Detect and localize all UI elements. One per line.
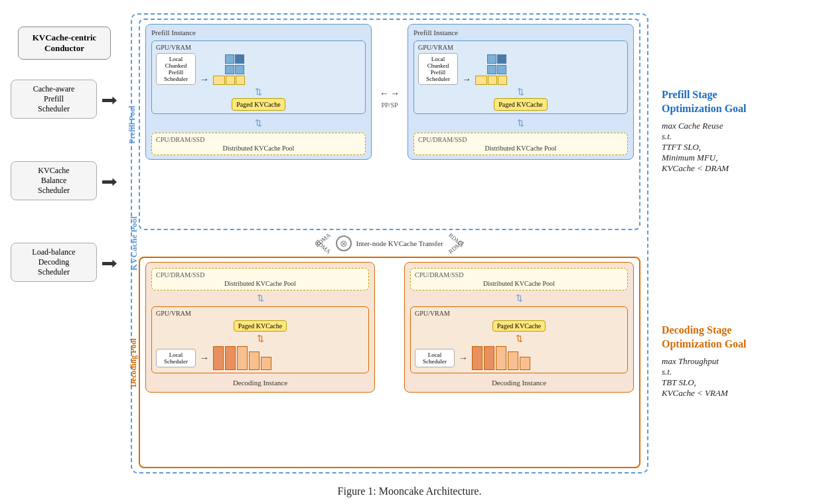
distributed-label-1: Distributed KVCache Pool [156, 145, 361, 152]
prefill-gpu-label-2: GPU/VRAM [418, 44, 623, 51]
d2-block-5 [520, 357, 530, 370]
paged-kvcache-1: Paged KVCache [232, 98, 285, 111]
block-b1 [487, 54, 496, 64]
d-block-3 [237, 346, 248, 370]
pp-left-arrow: ← [380, 88, 389, 99]
block-blue-2 [235, 54, 244, 64]
decode-instance-1-title: Decoding Instance [151, 379, 369, 387]
decode-cpu-label-2: CPU/DRAM/SSD [415, 271, 623, 279]
decode-cpu-label-1: CPU/DRAM/SSD [156, 271, 364, 279]
prefill-goal-line4: Minimum MFU, [662, 153, 808, 163]
rdma-left: RDMA RDMA [314, 237, 332, 250]
prefill-stage-title: Prefill StageOptimization Goal [662, 88, 808, 116]
prefill-goal-line2: s.t. [662, 131, 808, 142]
cross-circle: ⊗ [336, 235, 352, 251]
decode-paged-arrows-2: ⇅ [415, 334, 623, 344]
decode-paged-kvcache-1: Paged KVCache [234, 320, 287, 332]
decode-blocks-1 [213, 346, 271, 370]
prefill-goal-line3: TTFT SLO, [662, 142, 808, 153]
rdma-right: RDMA RDMA [447, 237, 465, 250]
d-block-4 [249, 351, 260, 370]
pp-right-arrow: → [390, 88, 400, 99]
decoding-pool-section: Decoding Pool CPU/DRAM/SSD Distributed K… [139, 257, 640, 468]
prefill-gpu-box-2: GPU/VRAM LocalChunkedPrefillScheduler → [413, 40, 628, 114]
figure-caption: Figure 1: Mooncake Architecture. [338, 485, 482, 497]
prefill-gpu-content-2: LocalChunkedPrefillScheduler → [418, 53, 623, 85]
kvcache-pool-outer: KVCache Pool Prefill Pool Prefill Instan… [131, 13, 648, 473]
block-blue-4 [235, 65, 244, 74]
decoding-goal-line2: s.t. [662, 367, 808, 377]
blue-blocks-mid [225, 65, 244, 74]
gpu-cpu-arrows-2: ⇅ [418, 87, 623, 97]
decode-instance-2-title: Decoding Instance [410, 379, 628, 387]
prefill-gpu-box-1: GPU/VRAM LocalChunkedPrefillScheduler → [151, 40, 366, 114]
decode-local-sched-1: LocalScheduler [156, 349, 196, 367]
inter-node-area: RDMA RDMA ⊗ Inter-node KVCache Transfer … [139, 233, 640, 254]
cpu-label-2: CPU/DRAM/SSD [418, 136, 623, 143]
decoding-scheduler-row: Load-balanceDecodingScheduler [11, 243, 118, 284]
decode-arrow-2: → [459, 353, 468, 363]
yellow-block-row [213, 76, 245, 85]
decoding-goal-panel: Decoding StageOptimization Goal max Thro… [662, 318, 808, 405]
prefill-scheduler-arrow [102, 97, 117, 105]
prefill-instance-1-title: Prefill Instance [151, 29, 366, 36]
distributed-label-2: Distributed KVCache Pool [418, 145, 623, 152]
prefill-scheduler-row: Cache-awarePrefillScheduler [11, 80, 118, 121]
d-block-2 [225, 346, 236, 370]
prefill-local-sched-1: LocalChunkedPrefillScheduler [156, 53, 196, 85]
prefill-blocks-1 [213, 54, 245, 85]
prefill-local-sched-2: LocalChunkedPrefillScheduler [418, 53, 458, 85]
block-yellow-1 [213, 76, 225, 85]
decoding-goal-text: max Throughput s.t. TBT SLO, KVCache < V… [662, 356, 808, 399]
decoding-scheduler-label: Load-balanceDecodingScheduler [32, 247, 75, 277]
prefill-instance-2-title: Prefill Instance [413, 29, 628, 36]
kvcache-scheduler-label: KVCacheBalanceScheduler [38, 166, 70, 195]
prefill-goal-line1: max Cache Reuse [662, 121, 808, 131]
decoding-instance-1: CPU/DRAM/SSD Distributed KVCache Pool ⇅ … [145, 262, 375, 393]
decode-arrows-1: ⇅ [151, 293, 369, 304]
decode-gpu-label-1: GPU/VRAM [156, 310, 364, 317]
block-y1 [475, 76, 487, 85]
paged-kvcache-2: Paged KVCache [494, 98, 547, 111]
kvcache-pool-label: KVCache Pool [129, 216, 139, 271]
decode-cpu-box-1: CPU/DRAM/SSD Distributed KVCache Pool [151, 268, 369, 290]
decoding-pool-label: Decoding Pool [129, 338, 139, 387]
cpu-arrows-1: ⇅ [151, 118, 366, 129]
d-block-5 [261, 357, 271, 370]
prefill-blocks-2 [475, 54, 507, 85]
prefill-cpu-arrows-1: ⇅ [151, 118, 366, 129]
pp-sp-area: ← → PP/SP [380, 24, 400, 160]
decode-paged-row-1: Paged KVCache [156, 319, 364, 331]
pp-sp-arrows: ← → [380, 88, 400, 99]
pp-sp-label: PP/SP [381, 101, 398, 109]
decode-cpu-box-2: CPU/DRAM/SSD Distributed KVCache Pool [410, 268, 628, 290]
cpu-label-1: CPU/DRAM/SSD [156, 136, 361, 143]
prefill-cpu-box-2: CPU/DRAM/SSD Distributed KVCache Pool [413, 133, 628, 155]
decode-arrow-1: → [200, 353, 209, 363]
decode-gpu-content-1: LocalScheduler → [156, 346, 364, 370]
center-pools: KVCache Pool Prefill Pool Prefill Instan… [124, 13, 655, 473]
decode-arrows-2: ⇅ [410, 293, 628, 304]
block-blue-3 [225, 65, 234, 74]
prefill-cpu-box-1: CPU/DRAM/SSD Distributed KVCache Pool [151, 133, 366, 155]
prefill-instance-2: Prefill Instance GPU/VRAM LocalChunkedPr… [408, 24, 634, 160]
conductor-panel: KVCache-centric Conductor Cache-awarePre… [11, 13, 117, 473]
decoding-scheduler-box: Load-balanceDecodingScheduler [11, 243, 97, 282]
prefill-goal-panel: Prefill StageOptimization Goal max Cache… [662, 83, 808, 180]
blue-blocks-mid-2 [487, 65, 506, 74]
paged-kvcache-row-1: Paged KVCache [156, 97, 361, 111]
d2-block-2 [484, 346, 494, 370]
kvcache-scheduler-box: KVCacheBalanceScheduler [11, 161, 97, 200]
decode-paged-row-2: Paged KVCache [415, 319, 623, 331]
cpu-arrows-2: ⇅ [413, 118, 628, 129]
main-container: KVCache-centric Conductor Cache-awarePre… [11, 7, 808, 497]
decoding-goal-line1: max Throughput [662, 356, 808, 367]
yellow-block-row-2 [475, 76, 507, 85]
d2-block-3 [496, 346, 506, 370]
decode-paged-kvcache-2: Paged KVCache [492, 320, 546, 332]
decode-local-sched-2: LocalScheduler [415, 349, 455, 367]
kvcache-scheduler-arrow [102, 178, 117, 186]
prefill-scheduler-label: Cache-awarePrefillScheduler [33, 84, 75, 113]
decoding-stage-title: Decoding StageOptimization Goal [662, 324, 808, 351]
prefill-instances-row: Prefill Instance GPU/VRAM LocalChunkedPr… [145, 24, 634, 160]
